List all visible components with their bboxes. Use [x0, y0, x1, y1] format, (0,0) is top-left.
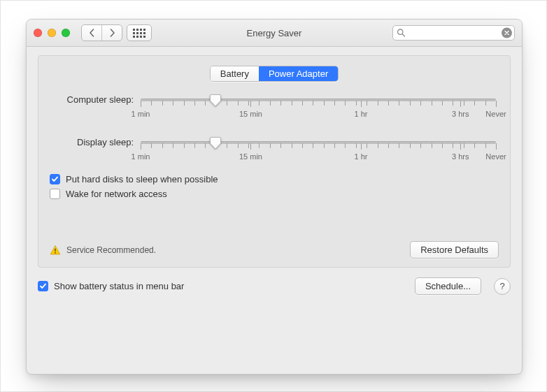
display-sleep-label: Display sleep: [50, 137, 134, 147]
tabs: Battery Power Adapter [50, 66, 499, 82]
svg-point-3 [55, 252, 56, 253]
hard-disk-sleep-label: Put hard disks to sleep when possible [66, 174, 218, 184]
prefs-window: Energy Saver Battery Power Adapter [26, 19, 523, 375]
wake-network-checkbox[interactable]: Wake for network access [50, 189, 499, 199]
svg-rect-2 [55, 248, 55, 252]
tick-label: 3 hrs [452, 152, 469, 161]
schedule-button[interactable]: Schedule... [415, 277, 481, 295]
checkbox-icon [38, 281, 48, 291]
computer-sleep-slider[interactable]: 1 min 15 min 1 hr 3 hrs Never [141, 94, 496, 119]
clear-search-button[interactable] [502, 28, 512, 38]
checkbox-icon [50, 189, 60, 199]
forward-button[interactable] [102, 25, 122, 41]
settings-panel: Battery Power Adapter Computer sleep: 1 … [38, 55, 511, 268]
show-all-button[interactable] [127, 24, 152, 41]
restore-defaults-button[interactable]: Restore Defaults [410, 241, 499, 259]
nav-back-forward [81, 24, 122, 41]
back-button[interactable] [82, 25, 102, 41]
help-icon: ? [499, 281, 504, 291]
computer-sleep-label: Computer sleep: [50, 94, 134, 105]
display-sleep-row: Display sleep: 1 min 15 min 1 hr 3 hrs N… [50, 137, 499, 161]
hard-disk-sleep-checkbox[interactable]: Put hard disks to sleep when possible [50, 174, 499, 184]
wake-network-label: Wake for network access [66, 189, 167, 199]
tab-power-adapter[interactable]: Power Adapter [259, 66, 338, 81]
tick-label: Never [485, 110, 506, 118]
zoom-icon[interactable] [62, 29, 70, 37]
tick-label: Never [485, 152, 506, 161]
tick-label: 3 hrs [452, 110, 469, 118]
grid-icon [133, 29, 145, 38]
tab-segment: Battery Power Adapter [210, 66, 339, 82]
tick-label: 1 hr [354, 110, 367, 118]
minimize-icon[interactable] [48, 29, 56, 37]
help-button[interactable]: ? [494, 278, 511, 295]
search-field[interactable] [392, 25, 515, 41]
tick-label: 15 min [239, 110, 262, 118]
show-battery-status-label: Show battery status in menu bar [54, 281, 184, 291]
page-frame: Energy Saver Battery Power Adapter [0, 0, 547, 392]
tab-battery[interactable]: Battery [211, 66, 259, 81]
bottom-bar: Show battery status in menu bar Schedule… [38, 277, 511, 295]
show-battery-status-checkbox[interactable]: Show battery status in menu bar [38, 281, 184, 291]
search-input[interactable] [392, 25, 515, 41]
tick-label: 1 min [132, 152, 150, 161]
display-sleep-slider[interactable]: 1 min 15 min 1 hr 3 hrs Never [141, 137, 496, 161]
window-body: Battery Power Adapter Computer sleep: 1 … [27, 47, 522, 374]
traffic-lights [34, 29, 70, 37]
panel-footer: Service Recommended. Restore Defaults [50, 241, 499, 259]
warning-icon [50, 245, 61, 256]
options-checks: Put hard disks to sleep when possible Wa… [50, 174, 499, 199]
toolbar-buttons [81, 24, 152, 41]
computer-sleep-row: Computer sleep: 1 min 15 min 1 hr 3 hrs … [50, 94, 499, 119]
checkbox-icon [50, 174, 60, 184]
tick-label: 1 hr [354, 152, 367, 161]
close-icon[interactable] [34, 29, 42, 37]
tick-label: 15 min [239, 152, 262, 161]
close-x-icon [504, 31, 509, 36]
service-message: Service Recommended. [66, 245, 156, 255]
chevron-right-icon [109, 29, 115, 37]
titlebar: Energy Saver [27, 20, 522, 47]
tick-label: 1 min [132, 110, 150, 118]
chevron-left-icon [89, 29, 95, 37]
